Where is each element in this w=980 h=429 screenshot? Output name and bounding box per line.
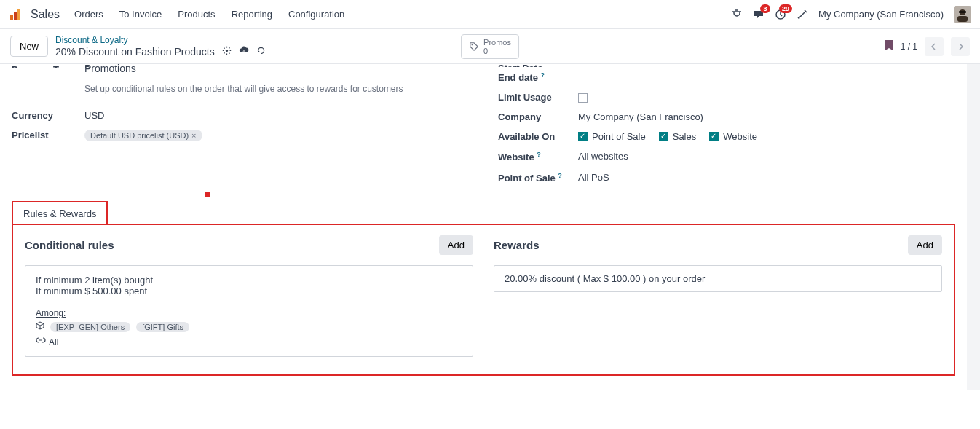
svg-rect-0 — [10, 15, 13, 20]
messages-icon[interactable]: 3 — [753, 9, 764, 20]
start-date-label: Start Date — [498, 63, 578, 67]
svg-rect-7 — [959, 11, 966, 13]
pager-text[interactable]: 1 / 1 — [901, 42, 917, 52]
rule-line-1: If minimum 2 item(s) bought — [36, 275, 462, 286]
nav-orders[interactable]: Orders — [74, 9, 103, 20]
help-icon[interactable]: ? — [537, 151, 541, 158]
pos-checkbox[interactable] — [578, 132, 588, 141]
limit-usage-label: Limit Usage — [498, 92, 578, 103]
nav-configuration[interactable]: Configuration — [288, 9, 344, 20]
pos-label: Point of Sale ? — [498, 172, 578, 184]
topbar: Sales Orders To Invoice Products Reporti… — [0, 0, 980, 29]
currency-label: Currency — [12, 110, 84, 121]
help-icon[interactable]: ? — [558, 172, 562, 179]
phone-icon[interactable] — [731, 9, 743, 20]
rule-card[interactable]: If minimum 2 item(s) bought If minimum $… — [25, 265, 473, 357]
help-icon[interactable]: ? — [541, 71, 545, 79]
product-tag-1[interactable]: [EXP_GEN] Others — [50, 322, 130, 332]
add-reward-button[interactable]: Add — [908, 235, 942, 255]
rules-title: Conditional rules — [25, 239, 114, 251]
program-type-label: Program Type — [12, 64, 84, 68]
user-avatar[interactable] — [954, 6, 971, 23]
activities-icon[interactable]: 29 — [775, 9, 786, 20]
promos-stat-button[interactable]: Promos 0 — [461, 34, 519, 59]
add-rule-button[interactable]: Add — [439, 235, 473, 255]
pager-prev-button[interactable] — [925, 37, 944, 56]
breadcrumb-parent[interactable]: Discount & Loyalty — [55, 35, 266, 45]
cube-icon — [36, 321, 44, 332]
marker-icon — [205, 192, 210, 197]
messages-badge: 3 — [760, 4, 770, 13]
among-label: Among: — [36, 308, 462, 318]
reward-card[interactable]: 20.00% discount ( Max $ 100.00 ) on your… — [494, 265, 942, 292]
website-checkbox[interactable] — [709, 132, 719, 141]
tools-icon[interactable] — [797, 9, 808, 20]
pos-value[interactable]: All PoS — [578, 172, 955, 183]
available-sales[interactable]: Sales — [659, 131, 697, 142]
available-website[interactable]: Website — [709, 131, 757, 142]
svg-rect-6 — [957, 16, 968, 22]
end-date-label: End date ? — [498, 71, 578, 83]
close-icon[interactable]: × — [191, 131, 196, 140]
left-column: Program Type Promotions x Promotions Set… — [12, 64, 469, 188]
breadcrumb: Discount & Loyalty 20% Discount on Fashi… — [55, 35, 266, 58]
sales-checkbox[interactable] — [659, 132, 668, 141]
program-type-help: Set up conditional rules on the order th… — [12, 81, 469, 101]
company-value[interactable]: My Company (San Francisco) — [578, 111, 955, 122]
promos-count: 0 — [483, 47, 511, 55]
gear-icon[interactable] — [222, 46, 232, 58]
link-icon — [36, 336, 46, 347]
product-tag-2[interactable]: [GIFT] Gifts — [136, 322, 189, 332]
app-logo-icon — [9, 7, 23, 22]
new-button[interactable]: New — [10, 36, 48, 57]
svg-rect-2 — [17, 9, 20, 20]
pricelist-tag-label: Default USD pricelist (USD) — [90, 131, 189, 140]
app-title[interactable]: Sales — [31, 8, 60, 21]
rewards-title: Rewards — [494, 239, 540, 251]
rule-line-2: If minimum $ 500.00 spent — [36, 286, 462, 296]
activities-badge: 29 — [779, 4, 792, 13]
nav-products[interactable]: Products — [178, 9, 215, 20]
promos-label: Promos — [483, 38, 511, 47]
company-label: Company — [498, 111, 578, 122]
currency-value[interactable]: USD — [84, 110, 469, 121]
form-view: Program Type Promotions x Promotions Set… — [0, 64, 967, 390]
program-type-value-display[interactable]: Promotions — [84, 63, 469, 74]
breadcrumb-current: 20% Discount on Fashion Products — [55, 45, 266, 58]
svg-rect-1 — [14, 12, 17, 20]
rewards-section: Rewards Add 20.00% discount ( Max $ 100.… — [494, 235, 942, 357]
scrollbar[interactable] — [967, 64, 980, 390]
nav-to-invoice[interactable]: To Invoice — [119, 9, 162, 20]
tab-rules-rewards[interactable]: Rules & Rewards — [12, 201, 108, 225]
cloud-icon[interactable] — [239, 45, 249, 58]
available-pos[interactable]: Point of Sale — [578, 131, 646, 142]
nav-reporting[interactable]: Reporting — [232, 9, 272, 20]
record-title: 20% Discount on Fashion Products — [55, 46, 215, 58]
conditional-rules-section: Conditional rules Add If minimum 2 item(… — [25, 235, 473, 357]
rules-rewards-panel: Conditional rules Add If minimum 2 item(… — [12, 224, 955, 376]
limit-usage-checkbox[interactable] — [578, 93, 588, 103]
subbar-right: 1 / 1 — [885, 37, 970, 56]
topbar-right: 3 29 My Company (San Francisco) — [731, 6, 971, 23]
svg-point-8 — [226, 49, 228, 51]
main-nav: Orders To Invoice Products Reporting Con… — [74, 9, 344, 20]
right-column: Start Date End date ? Limit Usage Compan… — [498, 64, 955, 188]
available-on-label: Available On — [498, 131, 578, 142]
pricelist-label: Pricelist — [12, 130, 84, 141]
svg-point-9 — [472, 44, 473, 45]
company-selector[interactable]: My Company (San Francisco) — [818, 9, 944, 20]
bookmark-icon[interactable] — [885, 40, 893, 52]
website-value[interactable]: All websites — [578, 151, 955, 162]
tag-icon — [469, 42, 479, 52]
all-label: All — [49, 337, 58, 347]
website-label: Website ? — [498, 151, 578, 162]
pricelist-tag[interactable]: Default USD pricelist (USD) × — [84, 130, 202, 141]
undo-icon[interactable] — [256, 46, 266, 58]
pager-next-button[interactable] — [951, 37, 970, 56]
